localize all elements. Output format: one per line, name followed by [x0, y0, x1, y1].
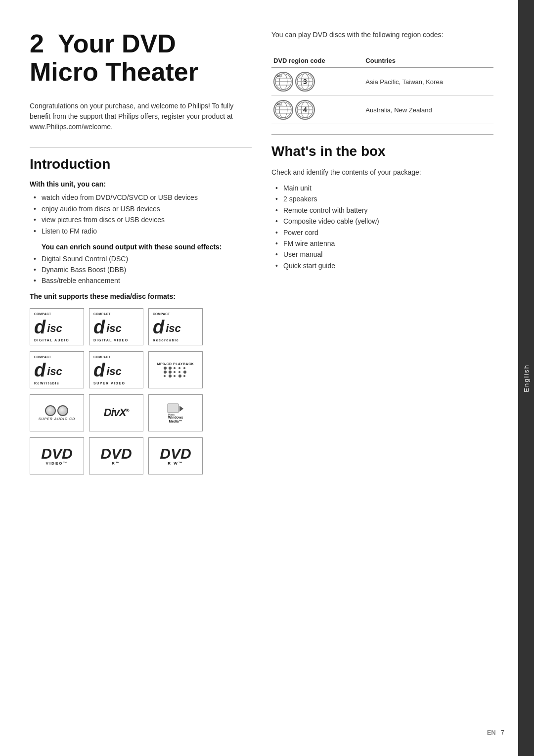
- list-item: 2 speakers: [271, 193, 493, 204]
- media-logo-cd-super-video: COMPACT d isc SUPER VIDEO: [89, 351, 143, 388]
- sacd-disc-icon: [45, 405, 56, 416]
- svg-text:ALL: ALL: [277, 103, 283, 106]
- side-tab: English: [518, 0, 534, 756]
- globe-3-icon: 3: [295, 72, 315, 92]
- windows-media-icon: Plays: [167, 402, 184, 416]
- list-item: Dynamic Bass Boost (DBB): [30, 264, 252, 275]
- highlight-list: Digital Sound Control (DSC) Dynamic Bass…: [30, 253, 252, 286]
- globe-all-icon: ALL: [273, 100, 293, 120]
- dvd-region-intro: You can play DVD discs with the followin…: [271, 30, 493, 40]
- table-header-countries: Countries: [363, 55, 493, 68]
- sacd-disc-icon: [57, 405, 68, 416]
- page-footer: EN 7: [487, 729, 504, 736]
- with-unit-list: watch video from DVD/VCD/SVCD or USB dev…: [30, 192, 252, 236]
- region-countries: Asia Pacific, Taiwan, Korea: [363, 68, 493, 96]
- highlight-heading: You can enrich sound output with these s…: [42, 242, 252, 252]
- intro-text: Congratulations on your purchase, and we…: [30, 101, 252, 132]
- media-heading: The unit supports these media/disc forma…: [30, 292, 252, 300]
- whats-box-intro: Check and identify the contents of your …: [271, 167, 493, 178]
- right-column: You can play DVD discs with the followin…: [271, 30, 493, 474]
- intro-divider: [30, 147, 252, 147]
- list-item: enjoy audio from discs or USB devices: [30, 203, 252, 214]
- language-label: EN: [487, 729, 496, 736]
- list-item: Bass/treble enhancement: [30, 275, 252, 286]
- media-logo-dvd-rw: DVD R W™: [148, 437, 203, 474]
- list-item: Quick start guide: [271, 260, 493, 271]
- page-title: 2 Your DVD Micro Theater: [30, 30, 252, 86]
- intro-section-title: Introduction: [30, 156, 252, 172]
- list-item: Listen to FM radio: [30, 226, 252, 236]
- list-item: User manual: [271, 249, 493, 260]
- table-row: ALL: [271, 96, 493, 124]
- region-icons: ALL: [273, 72, 361, 92]
- media-logo-mp3-cd: MP3-CD PLAYBACK: [148, 351, 203, 388]
- with-unit-heading: With this unit, you can:: [30, 180, 252, 188]
- whats-box-divider: [271, 134, 493, 135]
- media-logo-sacd: SUPER AUDIO CD: [30, 394, 84, 431]
- globe-all-icon: ALL: [273, 72, 293, 92]
- media-logo-cd-rewritable: COMPACT d isc ReWritable: [30, 351, 84, 388]
- whats-box-title: What's in the box: [271, 143, 493, 159]
- whats-in-box-section: What's in the box Check and identify the…: [271, 143, 493, 271]
- main-content: 2 Your DVD Micro Theater Congratulations…: [0, 0, 518, 756]
- side-tab-label: English: [523, 364, 530, 392]
- page-number: 7: [501, 729, 504, 736]
- list-item: Power cord: [271, 227, 493, 238]
- list-item: view pictures from discs or USB devices: [30, 214, 252, 225]
- page-container: 2 Your DVD Micro Theater Congratulations…: [0, 0, 534, 756]
- top-section: 2 Your DVD Micro Theater Congratulations…: [30, 30, 493, 474]
- region-code-cell: ALL: [271, 68, 363, 96]
- dvd-region-table: DVD region code Countries: [271, 55, 493, 124]
- media-logo-cd-recordable: COMPACT d isc Recordable: [148, 308, 203, 345]
- media-logo-dvd-r: DVD R™: [89, 437, 143, 474]
- media-logos-grid: COMPACT d isc DIGITAL AUDIO COMPACT: [30, 308, 252, 474]
- title-line2: Micro Theater: [30, 57, 198, 86]
- svg-text:4: 4: [303, 106, 307, 114]
- list-item: Composite video cable (yellow): [271, 216, 493, 227]
- media-logo-cd-digital-audio: COMPACT d isc DIGITAL AUDIO: [30, 308, 84, 345]
- title-line1: Your DVD: [58, 29, 176, 58]
- media-logo-cd-digital-video: COMPACT d isc DIGITAL VIDEO: [89, 308, 143, 345]
- globe-4-icon: 4: [295, 100, 315, 120]
- list-item: Main unit: [271, 183, 493, 193]
- media-logo-windows-media: Plays WindowsMedia™: [148, 394, 203, 431]
- table-row: ALL: [271, 68, 493, 96]
- left-column: 2 Your DVD Micro Theater Congratulations…: [30, 30, 252, 474]
- svg-text:ALL: ALL: [277, 75, 283, 78]
- svg-rect-0: [168, 404, 178, 413]
- svg-marker-1: [179, 406, 183, 412]
- media-logo-dvd-video: DVD VIDEO™: [30, 437, 84, 474]
- svg-text:3: 3: [303, 78, 307, 86]
- chapter-number: 2: [30, 29, 44, 58]
- region-code-cell: ALL: [271, 96, 363, 124]
- whats-box-list: Main unit 2 speakers Remote control with…: [271, 183, 493, 271]
- region-countries: Australia, New Zealand: [363, 96, 493, 124]
- region-icons: ALL: [273, 100, 361, 120]
- list-item: Digital Sound Control (DSC): [30, 253, 252, 264]
- list-item: Remote control with battery: [271, 205, 493, 216]
- table-header-code: DVD region code: [271, 55, 363, 68]
- list-item: FM wire antenna: [271, 238, 493, 249]
- list-item: watch video from DVD/VCD/SVCD or USB dev…: [30, 192, 252, 203]
- media-logo-divx: DivX®: [89, 394, 143, 431]
